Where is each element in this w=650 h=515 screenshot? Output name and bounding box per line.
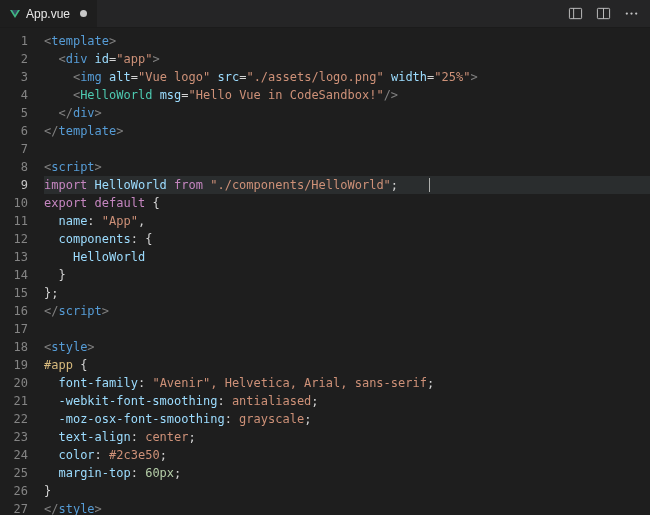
line-number: 1 <box>0 32 28 50</box>
code-line[interactable]: </template> <box>44 122 650 140</box>
code-line[interactable]: color: #2c3e50; <box>44 446 650 464</box>
tab-app-vue[interactable]: App.vue <box>0 0 97 27</box>
dirty-indicator-icon <box>80 10 87 17</box>
line-number: 12 <box>0 230 28 248</box>
line-number: 17 <box>0 320 28 338</box>
line-number: 9 <box>0 176 28 194</box>
split-editor-button[interactable] <box>594 5 612 23</box>
code-editor[interactable]: 1234567891011121314151617181920212223242… <box>0 28 650 515</box>
line-number: 16 <box>0 302 28 320</box>
tab-bar: App.vue <box>0 0 650 28</box>
code-line[interactable]: HelloWorld <box>44 248 650 266</box>
line-number: 4 <box>0 86 28 104</box>
more-actions-button[interactable] <box>622 5 640 23</box>
svg-rect-0 <box>569 8 581 18</box>
code-line[interactable]: <img alt="Vue logo" src="./assets/logo.p… <box>44 68 650 86</box>
tab-label: App.vue <box>26 7 70 21</box>
line-number: 3 <box>0 68 28 86</box>
vue-file-icon <box>10 10 20 18</box>
code-line[interactable] <box>44 320 650 338</box>
line-number: 14 <box>0 266 28 284</box>
line-number: 26 <box>0 482 28 500</box>
code-line[interactable]: margin-top: 60px; <box>44 464 650 482</box>
line-number: 18 <box>0 338 28 356</box>
line-number: 22 <box>0 410 28 428</box>
line-number: 20 <box>0 374 28 392</box>
code-line[interactable]: } <box>44 266 650 284</box>
code-line[interactable]: }; <box>44 284 650 302</box>
code-line[interactable]: name: "App", <box>44 212 650 230</box>
code-line[interactable]: -moz-osx-font-smoothing: grayscale; <box>44 410 650 428</box>
svg-point-6 <box>635 12 637 14</box>
code-line[interactable]: <script> <box>44 158 650 176</box>
svg-point-4 <box>625 12 627 14</box>
line-number: 21 <box>0 392 28 410</box>
line-number: 11 <box>0 212 28 230</box>
code-line[interactable]: </div> <box>44 104 650 122</box>
line-number: 25 <box>0 464 28 482</box>
line-number: 6 <box>0 122 28 140</box>
code-line[interactable]: export default { <box>44 194 650 212</box>
code-line[interactable]: font-family: "Avenir", Helvetica, Arial,… <box>44 374 650 392</box>
line-number: 13 <box>0 248 28 266</box>
code-line[interactable]: #app { <box>44 356 650 374</box>
line-number: 24 <box>0 446 28 464</box>
code-line[interactable] <box>44 140 650 158</box>
svg-point-5 <box>630 12 632 14</box>
toggle-sidebar-button[interactable] <box>566 5 584 23</box>
code-line[interactable]: import HelloWorld from "./components/Hel… <box>44 176 650 194</box>
line-number: 8 <box>0 158 28 176</box>
line-number: 2 <box>0 50 28 68</box>
line-number: 7 <box>0 140 28 158</box>
line-number: 27 <box>0 500 28 515</box>
code-line[interactable]: -webkit-font-smoothing: antialiased; <box>44 392 650 410</box>
code-line[interactable]: </style> <box>44 500 650 515</box>
code-line[interactable]: </script> <box>44 302 650 320</box>
line-number: 23 <box>0 428 28 446</box>
code-area[interactable]: <template> <div id="app"> <img alt="Vue … <box>44 28 650 515</box>
code-line[interactable]: <HelloWorld msg="Hello Vue in CodeSandbo… <box>44 86 650 104</box>
code-line[interactable]: } <box>44 482 650 500</box>
line-number: 10 <box>0 194 28 212</box>
line-number: 19 <box>0 356 28 374</box>
line-number: 5 <box>0 104 28 122</box>
code-line[interactable]: text-align: center; <box>44 428 650 446</box>
code-line[interactable]: <div id="app"> <box>44 50 650 68</box>
code-line[interactable]: components: { <box>44 230 650 248</box>
line-number: 15 <box>0 284 28 302</box>
code-line[interactable]: <style> <box>44 338 650 356</box>
code-line[interactable]: <template> <box>44 32 650 50</box>
line-number-gutter: 1234567891011121314151617181920212223242… <box>0 28 44 515</box>
editor-actions <box>566 0 650 27</box>
